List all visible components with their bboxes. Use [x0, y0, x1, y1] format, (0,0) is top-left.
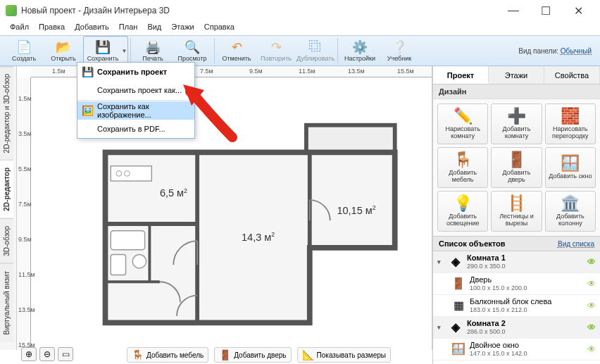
- chair-icon: 🪑: [454, 151, 473, 168]
- add-window-button[interactable]: 🪟Добавить окно: [545, 147, 596, 188]
- list-item[interactable]: 🪟 Двойное окно147.0 x 15.0 x 142.0 👁: [433, 339, 600, 360]
- zoom-fit-button[interactable]: ▭: [58, 347, 73, 361]
- list-item-room[interactable]: ▾ ◈ Комната 2286.0 x 500.0 👁: [433, 317, 600, 339]
- add-room-button[interactable]: ➕Добавить комнату: [491, 103, 542, 144]
- add-room-icon: ➕: [507, 108, 526, 125]
- create-button[interactable]: 📄Создать: [4, 36, 44, 65]
- door-icon: 🚪: [507, 151, 526, 168]
- tab-project[interactable]: Проект: [433, 66, 489, 84]
- menu-bar: Файл Правка Добавить План Вид Этажи Спра…: [0, 21, 600, 35]
- duplicate-button[interactable]: ⿻Дублировать: [296, 36, 335, 65]
- lightbulb-icon: 💡: [454, 195, 473, 212]
- visibility-icon[interactable]: 👁: [587, 344, 596, 354]
- undo-button[interactable]: ↶Отменить: [217, 36, 256, 65]
- list-item[interactable]: 🚪 Дверь100.0 x 15.0 x 200.0 👁: [433, 273, 600, 295]
- zoom-controls: ⊕ ⊖ ▭: [21, 347, 73, 361]
- room-icon: ◈: [449, 255, 463, 269]
- tab-properties[interactable]: Свойства: [544, 66, 600, 84]
- visibility-icon[interactable]: 👁: [587, 257, 596, 267]
- visibility-icon[interactable]: 👁: [587, 322, 596, 332]
- add-light-button[interactable]: 💡Добавить освещение: [437, 191, 488, 232]
- show-sizes-bottom[interactable]: 📐Показывать размеры: [297, 347, 391, 363]
- svg-text:6,5 м2: 6,5 м2: [160, 187, 187, 199]
- add-furniture-button[interactable]: 🪑Добавить мебель: [437, 147, 488, 188]
- tutor-button[interactable]: ❔Учебник: [380, 36, 419, 65]
- list-view-mode[interactable]: Вид списка: [558, 240, 594, 248]
- add-furniture-bottom[interactable]: 🪑Добавить мебель: [127, 347, 208, 363]
- menu-plan[interactable]: План: [115, 21, 142, 35]
- save-icon: 💾: [82, 66, 93, 77]
- add-door-button[interactable]: 🚪Добавить дверь: [491, 147, 542, 188]
- menu-floors[interactable]: Этажи: [167, 21, 198, 35]
- save-dropdown-arrow[interactable]: ▼: [121, 36, 128, 65]
- draw-wall-button[interactable]: 🧱Нарисовать перегородку: [545, 103, 596, 144]
- design-header: Дизайн: [433, 84, 600, 99]
- app-icon: [6, 5, 17, 16]
- zoom-out-button[interactable]: ⊖: [39, 347, 55, 361]
- visibility-icon[interactable]: 👁: [587, 301, 596, 310]
- open-button[interactable]: 📂Открыть: [44, 36, 83, 65]
- help-icon: ❔: [392, 40, 407, 54]
- door-icon: 🚪: [219, 349, 231, 360]
- dd-save-pdf[interactable]: Сохранить в PDF...: [77, 120, 194, 138]
- close-button[interactable]: ✕: [562, 0, 594, 21]
- menu-view[interactable]: Вид: [143, 21, 165, 35]
- svg-text:10,15 м2: 10,15 м2: [337, 204, 375, 216]
- printer-icon: 🖨️: [145, 40, 161, 54]
- chevron-down-icon: ▾: [437, 324, 444, 331]
- undo-icon: ↶: [229, 40, 244, 54]
- object-list-header: Список объектов Вид списка: [433, 236, 600, 251]
- list-item-room[interactable]: ▾ ◈ Комната 1290.0 x 350.0 👁: [433, 251, 600, 273]
- list-item[interactable]: ▦ Балконный блок слева183.0 x 15.0 x 212…: [433, 295, 600, 317]
- object-list[interactable]: ▾ ◈ Комната 1290.0 x 350.0 👁 🚪 Дверь100.…: [433, 251, 600, 364]
- redo-icon: ↷: [268, 40, 284, 54]
- print-button[interactable]: 🖨️Печать: [133, 36, 173, 65]
- menu-help[interactable]: Справка: [200, 21, 239, 35]
- view-panel-link[interactable]: Обычный: [561, 47, 592, 55]
- save-icon: 💾: [95, 40, 111, 54]
- window-icon: 🪟: [561, 155, 580, 172]
- vtab-virtual[interactable]: Виртуальный визит: [0, 263, 13, 342]
- stairs-icon: 🪜: [507, 195, 526, 212]
- vtab-2d[interactable]: 2D-редактор: [0, 160, 13, 218]
- image-icon: 🖼️: [82, 105, 93, 116]
- right-tabs: Проект Этажи Свойства: [433, 66, 600, 84]
- balcony-icon: ▦: [451, 299, 465, 313]
- list-item[interactable]: 🚪 Дверь100.0 x 15.0 x 200.0 👁: [433, 360, 600, 364]
- magnifier-icon: 🔍: [185, 40, 200, 54]
- add-column-button[interactable]: 🏛️Добавить колонну: [545, 191, 596, 232]
- dd-save-project-as[interactable]: Сохранить проект как...: [77, 81, 194, 99]
- minimize-button[interactable]: —: [497, 0, 530, 21]
- settings-button[interactable]: ⚙️Настройки: [340, 36, 380, 65]
- room-icon: ◈: [449, 320, 463, 334]
- stairs-button[interactable]: 🪜Лестницы и вырезы: [491, 191, 542, 232]
- save-button[interactable]: 💾Сохранить: [83, 36, 123, 65]
- new-file-icon: 📄: [16, 40, 32, 54]
- duplicate-icon: ⿻: [308, 40, 323, 54]
- ruler-icon: 📐: [302, 349, 314, 360]
- gear-icon: ⚙️: [352, 40, 368, 54]
- redo-button[interactable]: ↷Повторить: [256, 36, 296, 65]
- add-door-bottom[interactable]: 🚪Добавить дверь: [214, 347, 291, 363]
- menu-edit[interactable]: Правка: [35, 21, 69, 35]
- svg-point-10: [132, 255, 146, 268]
- folder-open-icon: 📂: [56, 40, 71, 54]
- bottom-actions: 🪑Добавить мебель 🚪Добавить дверь 📐Показы…: [127, 347, 391, 363]
- title-bar: Новый проект - Дизайн Интерьера 3D — ☐ ✕: [0, 0, 600, 21]
- tab-floors[interactable]: Этажи: [489, 66, 544, 84]
- dd-save-project[interactable]: 💾Сохранить проект: [77, 63, 194, 81]
- menu-file[interactable]: Файл: [6, 21, 33, 35]
- vtab-3d[interactable]: 3D-обзор: [0, 218, 13, 263]
- door-icon: 🚪: [451, 277, 465, 291]
- dd-save-as-image[interactable]: 🖼️Сохранить как изображение...: [77, 101, 194, 120]
- visibility-icon[interactable]: 👁: [587, 279, 596, 289]
- svg-rect-11: [111, 255, 125, 275]
- preview-button[interactable]: 🔍Просмотр: [173, 36, 212, 65]
- vtab-2d-3d[interactable]: 2D-редактор и 3D-обзор: [0, 66, 13, 160]
- menu-add[interactable]: Добавить: [70, 21, 113, 35]
- maximize-button[interactable]: ☐: [530, 0, 562, 21]
- draw-room-button[interactable]: ✏️Нарисовать комнату: [437, 103, 488, 144]
- svg-rect-9: [111, 231, 144, 250]
- right-panel: Проект Этажи Свойства Дизайн ✏️Нарисоват…: [432, 66, 600, 364]
- zoom-in-button[interactable]: ⊕: [21, 347, 37, 361]
